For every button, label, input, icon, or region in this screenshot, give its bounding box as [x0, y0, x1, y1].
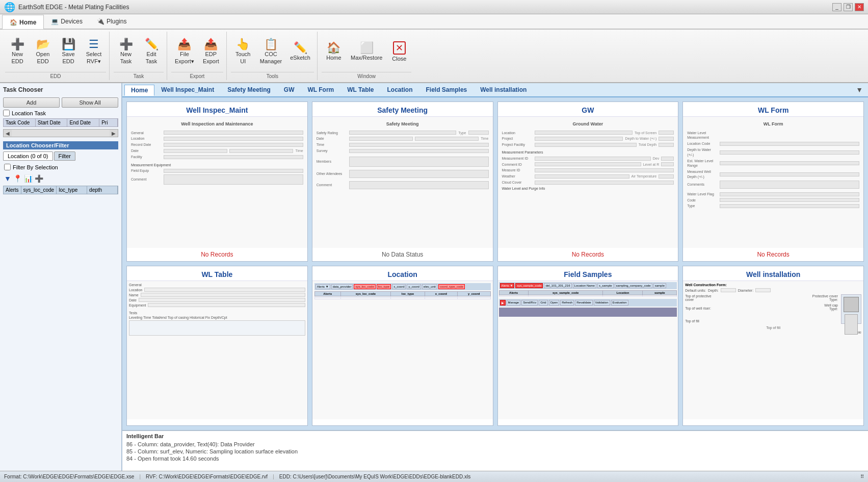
card-title-location: Location [312, 266, 493, 281]
nav-tab-devices[interactable]: 💻 Devices [44, 14, 90, 29]
hscroll-right[interactable]: ▶ [110, 130, 118, 137]
card-wl-form: WL Form WL Form Water Level Measurement … [682, 102, 864, 262]
new-task-button[interactable]: ➕ New Task [114, 34, 138, 70]
home-window-button[interactable]: 🏠 Home [322, 34, 346, 70]
minimize-button[interactable]: _ [832, 3, 841, 11]
tab-wl-table[interactable]: WL Table [340, 84, 380, 95]
location-grid-header: Alerts sys_loc_code loc_type depth [3, 186, 118, 194]
card-gw: GW Ground Water LocationTop of Screen Pr… [497, 102, 679, 262]
tab-well-inspec-maint[interactable]: Well Inspec_Maint [154, 84, 221, 95]
sidebar-btn-row: Add Show All [3, 97, 118, 108]
tab-gw[interactable]: GW [277, 84, 301, 95]
location-preview-table: Alertssys_loc_codeloc_typex_coordy_coord [314, 291, 491, 299]
status-edd: EDD: C:\Users\[user]\Documents\My EQuIS … [279, 474, 470, 479]
card-status-well-installation [683, 419, 863, 425]
filter-tools-row: ▼ 📍 📊 ➕ [3, 173, 118, 184]
new-edd-button[interactable]: ➕ New EDD [5, 34, 30, 70]
close-window-button[interactable]: ✕ [855, 3, 864, 11]
edit-task-icon: ✏️ [145, 39, 159, 50]
tab-location[interactable]: Location [381, 84, 419, 95]
card-status-field-samples [498, 419, 678, 425]
tab-safety-meeting[interactable]: Safety Meeting [221, 84, 277, 95]
edit-task-button[interactable]: ✏️ Edit Task [139, 34, 164, 70]
hscroll-track [12, 130, 110, 137]
col-start-date: Start Date [36, 119, 68, 126]
filter-icon[interactable]: ▼ [4, 174, 11, 183]
intelligent-bar-line-3: 84 - Open format took 14.60 seconds [126, 455, 864, 462]
add-button[interactable]: Add [3, 97, 60, 108]
dashboard-grid: Well Inspec_Maint Well Inspection and Ma… [122, 97, 868, 430]
status-sep-2: | [272, 474, 275, 479]
nav-tab-plugins[interactable]: 🔌 Plugins [90, 14, 134, 29]
field-samples-toolbar2: ▶ Manage Send/Rcv Grid Open Refresh Reva… [499, 299, 677, 307]
card-preview-wl-form: WL Form Water Level Measurement Location… [683, 117, 863, 248]
card-status-gw: No Records [498, 248, 678, 261]
tab-field-samples[interactable]: Field Samples [419, 84, 474, 95]
task-table-hscroll[interactable]: ◀ ▶ [3, 129, 118, 137]
ribbon-window-buttons: 🏠 Home ⬜ Max/Restore ✕ Close [322, 33, 411, 71]
touch-ui-button[interactable]: 👆 Touch UI [231, 34, 255, 70]
select-rvf-icon: ☰ [89, 39, 99, 50]
content-tab-bar: Home Well Inspec_Maint Safety Meeting GW… [122, 83, 868, 97]
task-chooser-title: Task Chooser [3, 86, 118, 93]
edp-export-icon: 📤 [204, 39, 218, 50]
tab-well-installation[interactable]: Well installation [474, 84, 533, 95]
nav-tab-home[interactable]: 🏠 Home [2, 15, 44, 29]
col-end-date: End Date [67, 119, 99, 126]
coc-manager-button[interactable]: 📋 COC Manager [256, 34, 285, 70]
title-bar-controls[interactable]: _ ❐ ✕ [832, 3, 864, 11]
tab-wl-form[interactable]: WL Form [301, 84, 341, 95]
ribbon-export-buttons: 📤 File Export▾ 📤 EDP Export [171, 33, 223, 71]
ribbon-group-export: 📤 File Export▾ 📤 EDP Export Export [168, 32, 227, 80]
card-location: Location Alerts ▼ data_provider sys_loc_… [312, 266, 493, 426]
col-task-code: Task Code [4, 119, 36, 126]
location-task-row: Location Task [3, 110, 118, 116]
card-preview-field-samples: Alerts ▼ sys_sample_code del_101_201_216… [498, 281, 678, 419]
location-pin-icon[interactable]: 📍 [13, 174, 22, 183]
edp-export-button[interactable]: 📤 EDP Export [199, 34, 223, 70]
max-restore-button[interactable]: ⬜ Max/Restore [347, 34, 386, 70]
filter-by-selection-label: Filter By Selection [13, 164, 58, 170]
esketch-button[interactable]: ✏️ eSketch [286, 34, 314, 70]
location-tab[interactable]: Location (0 of 0) [3, 151, 53, 161]
filter-by-selection-checkbox[interactable] [4, 164, 11, 170]
chart-icon[interactable]: 📊 [24, 174, 33, 183]
card-well-inspec-maint: Well Inspec_Maint Well Inspection and Ma… [126, 102, 308, 262]
ribbon-group-task: ➕ New Task ✏️ Edit Task Task [111, 32, 167, 80]
tab-home[interactable]: Home [124, 85, 154, 96]
location-preview-toolbar: Alerts ▼ data_provider sys_loc_code loc_… [314, 283, 491, 290]
field-samples-bottom-bar [499, 308, 677, 317]
status-ellipsis: ⠿ [860, 474, 864, 479]
tab-scroll-arrow[interactable]: ▼ [853, 85, 866, 95]
card-title-well-installation: Well installation [683, 266, 863, 281]
tools-group-label: Tools [231, 72, 314, 79]
close-ribbon-button[interactable]: ✕ Close [387, 34, 411, 70]
task-group-label: Task [114, 72, 164, 79]
file-export-button[interactable]: 📤 File Export▾ [171, 34, 198, 70]
intelligent-bar-line-2: 85 - Column: surf_elev, Numeric: Samplin… [126, 448, 864, 455]
location-task-label: Location Task [12, 110, 46, 116]
file-export-icon: 📤 [177, 39, 191, 50]
col-alerts: Alerts [4, 186, 21, 194]
select-rvf-button[interactable]: ☰ Select RVF▾ [82, 34, 106, 70]
close-ribbon-icon: ✕ [393, 41, 406, 55]
plugins-nav-icon: 🔌 [97, 18, 104, 25]
open-edd-button[interactable]: 📂 Open EDD [31, 34, 55, 70]
status-rvf: RVF: C:\Work\EDGE\EDGE\Formats\EDGE\EDGE… [146, 474, 268, 479]
show-all-button[interactable]: Show All [62, 97, 118, 108]
home-nav-icon: 🏠 [10, 19, 17, 26]
card-preview-safety-meeting: Safety Meeting Safety RatingType DateTim… [312, 117, 493, 248]
hscroll-left[interactable]: ◀ [4, 130, 12, 137]
save-edd-button[interactable]: 💾 Save EDD [56, 34, 81, 70]
restore-button[interactable]: ❐ [844, 3, 853, 11]
filter-tab[interactable]: Filter [54, 151, 75, 161]
location-task-checkbox[interactable] [3, 110, 10, 116]
add-location-icon[interactable]: ➕ [35, 174, 43, 183]
task-table-header: Task Code Start Date End Date Pri [3, 118, 118, 127]
card-preview-well-inspec-maint: Well Inspection and Maintenance General … [127, 117, 307, 248]
card-preview-gw: Ground Water LocationTop of Screen Proje… [498, 117, 678, 248]
field-samples-toolbar: Alerts ▼ sys_sample_code del_101_201_216… [499, 282, 677, 289]
title-bar: 🌐 EarthSoft EDGE - Metal Plating Facilit… [0, 0, 868, 14]
sidebar: Task Chooser Add Show All Location Task … [0, 83, 122, 471]
card-title-gw: GW [498, 102, 678, 117]
